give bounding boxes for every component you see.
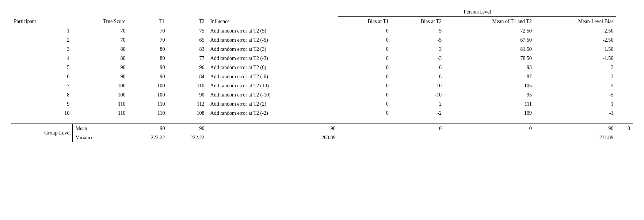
- table-cell: -3: [535, 72, 617, 81]
- table-cell: 1: [11, 26, 72, 36]
- table-cell: 110: [128, 109, 168, 118]
- table-cell: 100: [128, 81, 168, 90]
- table-cell: 80: [72, 54, 128, 63]
- table-cell: 70: [128, 35, 168, 45]
- table-cell: Add random error at T2 (-3): [207, 54, 339, 63]
- table-cell: 77: [168, 54, 207, 63]
- table-cell: 70: [72, 35, 128, 45]
- sub-header-row: Participant True Score T1 T2 Influence B…: [11, 17, 633, 26]
- table-body: 1707075Add random error at T2 (5)0572.50…: [11, 26, 633, 142]
- table-row: 5909096Add random error at T2 (6)06933: [11, 63, 633, 72]
- table-cell: 3: [535, 63, 617, 72]
- table-cell: Add random error at T2 (3): [207, 45, 339, 54]
- table-row: 6909084Add random error at T2 (-6)0-687-…: [11, 72, 633, 81]
- table-row: 2707065Add random error at T2 (-5)0-567.…: [11, 35, 633, 45]
- table-row: 3808083Add random error at T2 (3)0381.50…: [11, 45, 633, 54]
- table-cell: Add random error at T2 (10): [207, 81, 339, 90]
- table-cell: -10: [392, 90, 445, 99]
- group-level-mean-row: Group-LevelMean90909000900: [11, 124, 633, 133]
- table-cell: 112: [168, 99, 207, 109]
- table-cell: -5: [535, 90, 617, 99]
- mean-mean-level-bias: 0: [616, 124, 633, 133]
- table-cell: 65: [168, 35, 207, 45]
- table-cell: 100: [72, 90, 128, 99]
- table-cell: 83: [168, 45, 207, 54]
- col-header-t2: T2: [168, 17, 207, 26]
- table-cell: 8: [11, 90, 72, 99]
- table-cell: 4: [11, 54, 72, 63]
- table-cell: 1: [535, 99, 617, 109]
- spacer-row: [11, 118, 633, 124]
- variance-t2: 260.89: [207, 133, 339, 142]
- table-cell: 90: [128, 72, 168, 81]
- table-cell: 110: [128, 99, 168, 109]
- table-cell: 2: [11, 35, 72, 45]
- table-cell: 2: [392, 99, 445, 109]
- table-cell: Add random error at T2 (2): [207, 99, 339, 109]
- variance-bias-t1-empty: [392, 133, 445, 142]
- mean-mean-t1t2: 90: [535, 124, 617, 133]
- mean-influence-empty: [338, 124, 391, 133]
- header-group-row: Person-Level: [11, 7, 633, 17]
- table-cell: 93: [445, 63, 535, 72]
- table-cell: 105: [445, 81, 535, 90]
- table-row: 7100100110Add random error at T2 (10)010…: [11, 81, 633, 90]
- table-cell: -3: [392, 54, 445, 63]
- col-header-participant: Participant: [11, 17, 72, 26]
- variance-mean-level-bias-empty: [616, 133, 633, 142]
- table-row: 9110110112Add random error at T2 (2)0211…: [11, 99, 633, 109]
- table-cell: 100: [128, 90, 168, 99]
- table-cell: 0: [338, 109, 391, 118]
- table-cell: 9: [11, 99, 72, 109]
- table-cell: 2.50: [535, 26, 617, 36]
- variance-influence-empty: [338, 133, 391, 142]
- table-cell: 0: [338, 35, 391, 45]
- table-cell: 1.50: [535, 45, 617, 54]
- table-cell: 7: [11, 81, 72, 90]
- table-cell: 3: [392, 45, 445, 54]
- person-level-header: Person-Level: [338, 7, 616, 17]
- mean-t1: 90: [168, 124, 207, 133]
- table-cell: 87: [445, 72, 535, 81]
- table-cell: -2.50: [535, 35, 617, 45]
- table-row: 10110110108Add random error at T2 (-2)0-…: [11, 109, 633, 118]
- table-cell: 80: [72, 45, 128, 54]
- table-cell: Add random error at T2 (-5): [207, 35, 339, 45]
- mean-bias-t1: 0: [392, 124, 445, 133]
- table-cell: 90: [128, 63, 168, 72]
- table-cell: 0: [338, 90, 391, 99]
- table-cell: -6: [392, 72, 445, 81]
- table-cell: 3: [11, 45, 72, 54]
- group-level-label: Group-Level: [11, 124, 72, 142]
- mean-bias-t2: 0: [445, 124, 535, 133]
- col-header-bias-t1: Bias at T1: [338, 17, 391, 26]
- table-cell: 80: [128, 54, 168, 63]
- table-cell: 70: [128, 26, 168, 36]
- table-cell: 100: [72, 81, 128, 90]
- table-cell: 0: [338, 26, 391, 36]
- table-cell: Add random error at T2 (-6): [207, 72, 339, 81]
- table-cell: 95: [445, 90, 535, 99]
- table-cell: 72.50: [445, 26, 535, 36]
- table-cell: 110: [168, 81, 207, 90]
- table-row: 810010090Add random error at T2 (-10)0-1…: [11, 90, 633, 99]
- table-cell: 110: [72, 109, 128, 118]
- table-cell: 10: [392, 81, 445, 90]
- table-cell: 110: [72, 99, 128, 109]
- table-cell: 90: [72, 63, 128, 72]
- main-table-wrapper: Person-Level Participant True Score T1 T…: [11, 7, 633, 142]
- table-cell: 81.50: [445, 45, 535, 54]
- table-cell: 0: [338, 63, 391, 72]
- col-header-mean-level-bias: Mean-Level Bias: [535, 17, 617, 26]
- mean-true-score: 90: [128, 124, 168, 133]
- table-cell: 67.50: [445, 35, 535, 45]
- left-columns-header: [11, 7, 338, 17]
- table-cell: 80: [128, 45, 168, 54]
- table-cell: 90: [168, 90, 207, 99]
- table-cell: 0: [338, 72, 391, 81]
- table-cell: 84: [168, 72, 207, 81]
- table-cell: 6: [11, 72, 72, 81]
- variance-label: Variance: [72, 133, 128, 142]
- table-cell: 96: [168, 63, 207, 72]
- table-cell: 0: [338, 81, 391, 90]
